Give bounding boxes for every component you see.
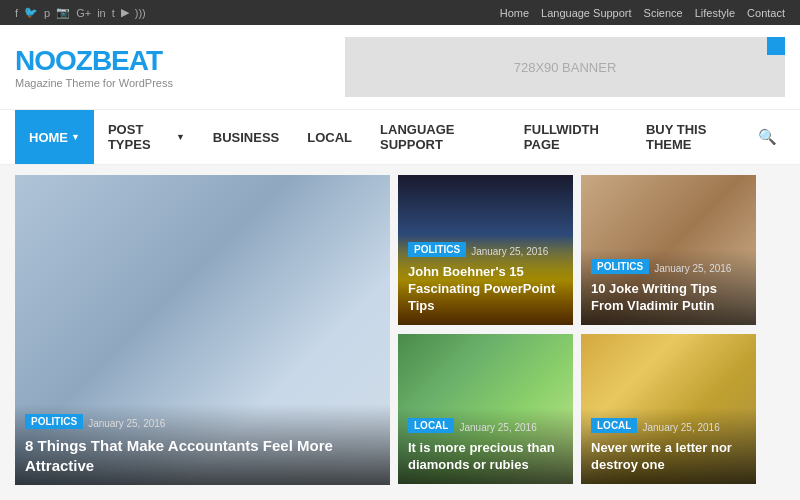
top-right-2-date: January 25, 2016 [654, 263, 731, 274]
content: Politics January 25, 2016 8 Things That … [0, 165, 800, 495]
top-right-1-title: John Boehner's 15 Fascinating PowerPoint… [408, 264, 563, 315]
top-nav-contact[interactable]: Contact [747, 7, 785, 19]
logo-title: NOOZBEAT [15, 45, 173, 77]
main-nav: HOME ▼ POST TYPES ▼ BUSINESS LOCAL LANGU… [0, 109, 800, 165]
bottom-right-1-overlay: Local January 25, 2016 It is more precio… [398, 408, 573, 484]
top-nav: Home Language Support Science Lifestyle … [500, 7, 785, 19]
article-grid: Politics January 25, 2016 8 Things That … [15, 175, 785, 485]
nav-items: HOME ▼ POST TYPES ▼ BUSINESS LOCAL LANGU… [15, 110, 750, 164]
tumblr-icon[interactable]: t [112, 7, 115, 19]
facebook-icon[interactable]: f [15, 7, 18, 19]
nav-fullwidth[interactable]: FULLWIDTH PAGE [510, 110, 632, 164]
main-tag[interactable]: Politics [25, 414, 83, 429]
logo-beat: BEAT [92, 45, 162, 76]
bottom-right-2-date: January 25, 2016 [642, 422, 719, 433]
pinterest-icon[interactable]: p [44, 7, 50, 19]
logo[interactable]: NOOZBEAT Magazine Theme for WordPress [15, 45, 173, 89]
linkedin-icon[interactable]: in [97, 7, 106, 19]
main-title: 8 Things That Make Accountants Feel More… [25, 436, 380, 475]
youtube-icon[interactable]: ▶ [121, 6, 129, 19]
top-nav-language[interactable]: Language Support [541, 7, 632, 19]
top-right-1-overlay: Politics January 25, 2016 John Boehner's… [398, 232, 573, 325]
bottom-right-2-overlay: Local January 25, 2016 Never write a let… [581, 408, 756, 484]
nav-business[interactable]: BUSINESS [199, 110, 293, 164]
rss-icon[interactable]: ))) [135, 7, 146, 19]
top-right-1-date: January 25, 2016 [471, 246, 548, 257]
nav-language-support[interactable]: LANGUAGE SUPPORT [366, 110, 510, 164]
article-top-right-2[interactable]: Politics January 25, 2016 10 Joke Writin… [581, 175, 756, 325]
googleplus-icon[interactable]: G+ [76, 7, 91, 19]
top-nav-science[interactable]: Science [644, 7, 683, 19]
article-bottom-right-2[interactable]: Local January 25, 2016 Never write a let… [581, 334, 756, 484]
twitter-icon[interactable]: 🐦 [24, 6, 38, 19]
bottom-right-1-title: It is more precious than diamonds or rub… [408, 440, 563, 474]
nav-local[interactable]: LOCAL [293, 110, 366, 164]
bottom-right-2-title: Never write a letter nor destroy one [591, 440, 746, 474]
top-right-2-tag[interactable]: Politics [591, 259, 649, 274]
top-right-2-overlay: Politics January 25, 2016 10 Joke Writin… [581, 249, 756, 325]
bottom-right-1-tag[interactable]: Local [408, 418, 454, 433]
bottom-right-1-date: January 25, 2016 [459, 422, 536, 433]
search-icon[interactable]: 🔍 [750, 120, 785, 154]
top-right-1-tag[interactable]: Politics [408, 242, 466, 257]
article-top-right-1[interactable]: Politics January 25, 2016 John Boehner's… [398, 175, 573, 325]
article-main[interactable]: Politics January 25, 2016 8 Things That … [15, 175, 390, 485]
social-icons: f 🐦 p 📷 G+ in t ▶ ))) [15, 6, 146, 19]
main-date: January 25, 2016 [88, 418, 165, 429]
banner-corner [767, 37, 785, 55]
instagram-icon[interactable]: 📷 [56, 6, 70, 19]
logo-nooz: NOOZ [15, 45, 92, 76]
main-card-overlay: Politics January 25, 2016 8 Things That … [15, 404, 390, 485]
top-nav-home[interactable]: Home [500, 7, 529, 19]
nav-buy-theme[interactable]: BUY THIS THEME [632, 110, 750, 164]
header: NOOZBEAT Magazine Theme for WordPress 72… [0, 25, 800, 109]
logo-tagline: Magazine Theme for WordPress [15, 77, 173, 89]
banner-text: 728X90 BANNER [514, 60, 617, 75]
top-bar: f 🐦 p 📷 G+ in t ▶ ))) Home Language Supp… [0, 0, 800, 25]
article-bottom-right-1[interactable]: Local January 25, 2016 It is more precio… [398, 334, 573, 484]
bottom-right-2-tag[interactable]: Local [591, 418, 637, 433]
top-right-2-title: 10 Joke Writing Tips From Vladimir Putin [591, 281, 746, 315]
nav-post-types[interactable]: POST TYPES ▼ [94, 110, 199, 164]
nav-post-types-arrow: ▼ [176, 132, 185, 142]
nav-home[interactable]: HOME ▼ [15, 110, 94, 164]
top-nav-lifestyle[interactable]: Lifestyle [695, 7, 735, 19]
nav-home-arrow: ▼ [71, 132, 80, 142]
banner: 728X90 BANNER [345, 37, 785, 97]
